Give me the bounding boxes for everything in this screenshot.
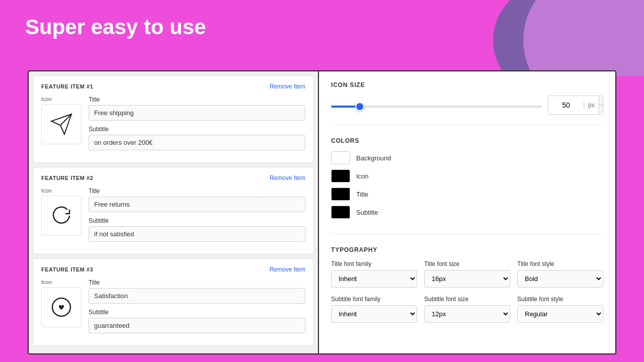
subtitle-font-style-select[interactable]: Regular bbox=[517, 305, 603, 323]
refresh-icon bbox=[49, 204, 73, 228]
title-field-group-3: Title bbox=[89, 279, 305, 304]
feature-item-3: FEATURE ITEM #3 Remove Item Icon Title bbox=[33, 258, 314, 346]
color-row-subtitle: Subtitle bbox=[331, 206, 603, 219]
send-icon bbox=[49, 112, 73, 136]
title-font-style-group: Title font style Bold bbox=[517, 260, 603, 288]
subtitle-input-2[interactable] bbox=[89, 226, 305, 242]
icon-box-2[interactable] bbox=[41, 196, 82, 236]
subtitle-font-family-group: Subtitle font family Inherit bbox=[331, 296, 417, 323]
subtitle-font-size-select[interactable]: 12px bbox=[424, 305, 510, 323]
feature-item-3-label: FEATURE ITEM #3 bbox=[41, 266, 93, 273]
icon-label-3: Icon bbox=[41, 279, 52, 285]
feature-item-1-header: FEATURE ITEM #1 Remove Item bbox=[41, 83, 305, 90]
left-panel: FEATURE ITEM #1 Remove Item Icon Title bbox=[29, 71, 318, 353]
feature-fields-1: Title Subtitle bbox=[89, 96, 305, 155]
subtitle-color-swatch[interactable] bbox=[331, 206, 350, 219]
title-label-1: Title bbox=[89, 96, 305, 103]
title-font-size-group: Title font size 16px bbox=[424, 260, 510, 288]
remove-item-2-button[interactable]: Remove Item bbox=[270, 174, 305, 182]
title-input-1[interactable] bbox=[89, 105, 305, 121]
subtitle-input-1[interactable] bbox=[89, 135, 305, 150]
subtitle-field-group-1: Subtitle bbox=[89, 126, 305, 150]
subtitle-color-label: Subtitle bbox=[356, 209, 378, 216]
remove-item-1-button[interactable]: Remove Item bbox=[270, 83, 305, 90]
subtitle-font-size-group: Subtitle font size 12px bbox=[424, 296, 510, 323]
title-font-family-select[interactable]: Inherit bbox=[331, 270, 417, 288]
feature-item-2-header: FEATURE ITEM #2 Remove Item bbox=[41, 174, 305, 182]
feature-item-1-label: FEATURE ITEM #1 bbox=[41, 83, 93, 89]
px-increment-button[interactable]: ▲ bbox=[599, 96, 603, 105]
slider-container bbox=[331, 101, 542, 110]
feature-item-1-body: Icon Title Subtitle bbox=[41, 96, 305, 155]
title-font-family-label: Title font family bbox=[331, 260, 417, 267]
px-decrement-button[interactable]: ▼ bbox=[599, 105, 603, 114]
subtitle-font-style-label: Subtitle font style bbox=[517, 296, 603, 303]
title-field-group-1: Title bbox=[89, 96, 305, 121]
color-row-icon: Icon bbox=[331, 169, 603, 183]
icon-color-swatch[interactable] bbox=[331, 169, 350, 183]
subtitle-font-family-label: Subtitle font family bbox=[331, 296, 417, 303]
typography-section: TYPOGRAPHY Title font family Inherit Tit… bbox=[331, 246, 603, 323]
subtitle-field-group-2: Subtitle bbox=[89, 217, 305, 242]
title-font-size-select[interactable]: 16px bbox=[424, 270, 510, 288]
background-color-label: Background bbox=[356, 154, 391, 162]
color-row-title: Title bbox=[331, 188, 603, 201]
slider-row: px ▲ ▼ bbox=[331, 96, 603, 115]
icon-size-title: ICON SIZE bbox=[331, 81, 603, 88]
heart-chat-icon bbox=[49, 295, 73, 319]
title-color-swatch[interactable] bbox=[331, 188, 350, 201]
title-font-size-label: Title font size bbox=[424, 260, 510, 267]
feature-fields-2: Title Subtitle bbox=[89, 188, 305, 247]
feature-item-3-body: Icon Title Subtitle bbox=[41, 279, 305, 338]
title-input-3[interactable] bbox=[89, 288, 305, 304]
icon-size-slider[interactable] bbox=[331, 106, 542, 108]
page-title: Super easy to use bbox=[25, 15, 619, 39]
remove-item-3-button[interactable]: Remove Item bbox=[270, 266, 305, 273]
typography-title: TYPOGRAPHY bbox=[331, 246, 603, 253]
subtitle-label-2: Subtitle bbox=[89, 217, 305, 224]
px-value-input[interactable] bbox=[548, 97, 584, 113]
feature-item-2: FEATURE ITEM #2 Remove Item Icon Title bbox=[33, 167, 314, 254]
right-panel: ICON SIZE px ▲ ▼ COLORS B bbox=[318, 71, 615, 353]
title-input-2[interactable] bbox=[89, 197, 305, 212]
colors-section: COLORS Background Icon Title Subtitle bbox=[331, 137, 603, 234]
feature-fields-3: Title Subtitle bbox=[89, 279, 305, 338]
subtitle-font-family-select[interactable]: Inherit bbox=[331, 305, 417, 323]
title-font-style-select[interactable]: Bold bbox=[517, 270, 603, 288]
px-unit-label: px bbox=[584, 102, 599, 109]
subtitle-font-style-group: Subtitle font style Regular bbox=[517, 296, 603, 323]
colors-title: COLORS bbox=[331, 137, 603, 144]
color-row-background: Background bbox=[331, 151, 603, 164]
title-label-2: Title bbox=[89, 188, 305, 195]
feature-item-1: FEATURE ITEM #1 Remove Item Icon Title bbox=[33, 75, 314, 163]
subtitle-typography-grid: Subtitle font family Inherit Subtitle fo… bbox=[331, 296, 603, 323]
icon-label-2: Icon bbox=[41, 188, 52, 194]
subtitle-input-3[interactable] bbox=[89, 318, 305, 333]
title-font-family-group: Title font family Inherit bbox=[331, 260, 417, 288]
feature-item-3-header: FEATURE ITEM #3 Remove Item bbox=[41, 266, 305, 273]
title-field-group-2: Title bbox=[89, 188, 305, 212]
title-color-label: Title bbox=[356, 191, 368, 198]
feature-item-2-body: Icon Title Subtitle bbox=[41, 188, 305, 247]
header: Super easy to use bbox=[0, 0, 644, 49]
title-label-3: Title bbox=[89, 279, 305, 286]
px-spinners: ▲ ▼ bbox=[599, 96, 603, 114]
subtitle-label-3: Subtitle bbox=[89, 309, 305, 316]
title-typography-grid: Title font family Inherit Title font siz… bbox=[331, 260, 603, 288]
main-container: FEATURE ITEM #1 Remove Item Icon Title bbox=[28, 70, 616, 354]
icon-size-section: ICON SIZE px ▲ ▼ bbox=[331, 81, 603, 125]
icon-box-1[interactable] bbox=[41, 104, 82, 144]
icon-color-label: Icon bbox=[356, 172, 369, 180]
icon-label-1: Icon bbox=[41, 96, 52, 102]
subtitle-field-group-3: Subtitle bbox=[89, 309, 305, 333]
px-input-box: px ▲ ▼ bbox=[548, 96, 603, 115]
background-color-swatch[interactable] bbox=[331, 151, 350, 164]
feature-item-2-label: FEATURE ITEM #2 bbox=[41, 175, 93, 181]
icon-box-3[interactable] bbox=[41, 287, 82, 327]
subtitle-font-size-label: Subtitle font size bbox=[424, 296, 510, 303]
subtitle-label-1: Subtitle bbox=[89, 126, 305, 133]
title-font-style-label: Title font style bbox=[517, 260, 603, 267]
